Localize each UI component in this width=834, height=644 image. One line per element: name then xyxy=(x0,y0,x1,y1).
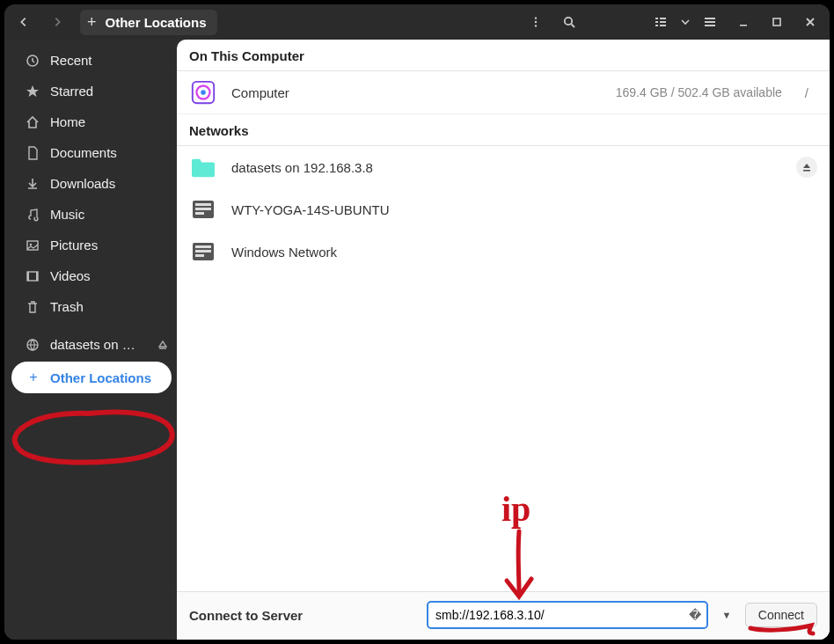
window-minimize-button[interactable] xyxy=(729,10,757,34)
globe-icon xyxy=(26,338,41,352)
svg-rect-14 xyxy=(740,25,747,26)
recent-servers-dropdown[interactable]: ▼ xyxy=(717,603,736,627)
svg-rect-12 xyxy=(705,21,715,23)
plus-icon: + xyxy=(87,13,97,32)
svg-point-3 xyxy=(565,18,572,25)
svg-rect-13 xyxy=(705,25,715,26)
sidebar-item-label: Starred xyxy=(50,84,93,99)
sidebar-item-label: Trash xyxy=(50,299,84,314)
svg-rect-10 xyxy=(660,25,666,26)
svg-point-2 xyxy=(535,25,537,26)
sidebar-item-label: Videos xyxy=(50,268,91,283)
row-name: datasets on 192.168.3.8 xyxy=(231,160,373,175)
row-mount: / xyxy=(796,85,817,100)
section-header-networks: Networks xyxy=(177,114,830,146)
svg-rect-32 xyxy=(195,245,211,248)
svg-rect-7 xyxy=(655,21,658,23)
window-maximize-button[interactable] xyxy=(763,10,791,34)
row-meta: 169.4 GB / 502.4 GB available xyxy=(616,85,782,99)
connect-bar: Connect to Server � ▼ Connect xyxy=(177,591,830,640)
nav-forward-button[interactable] xyxy=(43,10,71,34)
svg-rect-15 xyxy=(773,18,780,26)
svg-rect-26 xyxy=(803,170,810,172)
sidebar-item-label: datasets on … xyxy=(50,337,135,352)
network-host-icon xyxy=(189,195,217,223)
svg-rect-33 xyxy=(195,250,211,252)
location-label: Other Locations xyxy=(106,15,207,30)
sidebar-item-music[interactable]: Music xyxy=(4,199,177,230)
file-manager-window: + Other Locations xyxy=(4,4,830,640)
star-icon xyxy=(26,84,41,99)
help-icon[interactable]: � xyxy=(689,608,701,622)
svg-point-0 xyxy=(535,17,537,18)
svg-point-1 xyxy=(535,21,537,23)
network-host-icon xyxy=(189,238,217,266)
sidebar-item-pictures[interactable]: Pictures xyxy=(4,230,177,260)
sidebar-item-label: Recent xyxy=(50,53,92,68)
trash-icon xyxy=(26,300,41,314)
main-panel: On This Computer Computer 169.4 GB / 502… xyxy=(177,40,830,640)
sidebar-item-recent[interactable]: Recent xyxy=(4,45,177,76)
more-menu-button[interactable] xyxy=(522,10,550,34)
sidebar-item-downloads[interactable]: Downloads xyxy=(4,168,177,199)
computer-drive-icon xyxy=(189,78,217,106)
server-address-input[interactable] xyxy=(434,604,689,626)
row-name: Computer xyxy=(231,85,289,100)
window-body: Recent Starred Home Documents Downloads … xyxy=(4,40,830,640)
sidebar-item-mounted[interactable]: datasets on … xyxy=(4,329,177,360)
nav-back-button[interactable] xyxy=(10,10,38,34)
svg-rect-11 xyxy=(705,18,715,19)
svg-point-18 xyxy=(30,243,33,245)
sidebar-item-trash[interactable]: Trash xyxy=(4,291,177,322)
sidebar-item-documents[interactable]: Documents xyxy=(4,137,177,168)
folder-share-icon xyxy=(189,153,217,181)
eject-button[interactable] xyxy=(796,157,817,178)
section-header-computer: On This Computer xyxy=(177,40,830,71)
home-icon xyxy=(26,115,41,129)
sidebar-item-starred[interactable]: Starred xyxy=(4,76,177,106)
document-icon xyxy=(26,146,41,160)
view-dropdown-button[interactable] xyxy=(677,10,694,34)
row-network[interactable]: WTY-YOGA-14S-UBUNTU xyxy=(177,188,830,231)
hamburger-menu-button[interactable] xyxy=(696,10,724,34)
titlebar: + Other Locations xyxy=(4,4,830,40)
search-button[interactable] xyxy=(555,10,583,34)
connect-input-wrap[interactable]: � xyxy=(427,601,708,629)
sidebar-item-label: Pictures xyxy=(50,238,98,252)
download-icon xyxy=(26,177,41,191)
svg-line-4 xyxy=(572,25,575,28)
music-icon xyxy=(26,208,41,222)
picture-icon xyxy=(26,238,41,252)
video-icon xyxy=(26,269,41,283)
connect-button[interactable]: Connect xyxy=(745,603,817,627)
svg-rect-34 xyxy=(195,254,204,257)
clock-icon xyxy=(26,54,41,68)
sidebar-item-label: Other Locations xyxy=(50,370,151,385)
row-network[interactable]: Windows Network xyxy=(177,231,830,273)
row-network[interactable]: datasets on 192.168.3.8 xyxy=(177,146,830,188)
plus-icon: + xyxy=(26,370,41,385)
svg-rect-5 xyxy=(655,18,658,19)
svg-rect-28 xyxy=(195,203,211,206)
svg-rect-8 xyxy=(660,21,666,23)
location-bar[interactable]: + Other Locations xyxy=(80,10,217,35)
svg-rect-6 xyxy=(660,18,666,19)
row-computer[interactable]: Computer 169.4 GB / 502.4 GB available / xyxy=(177,71,830,114)
sidebar-item-videos[interactable]: Videos xyxy=(4,260,177,291)
eject-icon[interactable] xyxy=(157,340,168,350)
row-name: WTY-YOGA-14S-UBUNTU xyxy=(231,202,389,217)
sidebar: Recent Starred Home Documents Downloads … xyxy=(4,40,177,640)
view-list-button[interactable] xyxy=(647,10,675,34)
sidebar-item-other-locations[interactable]: + Other Locations xyxy=(11,362,172,393)
connect-label: Connect to Server xyxy=(189,608,418,623)
sidebar-item-home[interactable]: Home xyxy=(4,106,177,137)
window-close-button[interactable] xyxy=(796,10,824,34)
svg-rect-9 xyxy=(655,25,658,26)
svg-point-25 xyxy=(201,90,206,95)
sidebar-item-label: Documents xyxy=(50,145,117,160)
sidebar-item-label: Music xyxy=(50,207,84,222)
svg-rect-20 xyxy=(27,272,29,281)
svg-rect-30 xyxy=(195,212,204,215)
sidebar-item-label: Downloads xyxy=(50,176,115,191)
row-name: Windows Network xyxy=(231,245,337,260)
